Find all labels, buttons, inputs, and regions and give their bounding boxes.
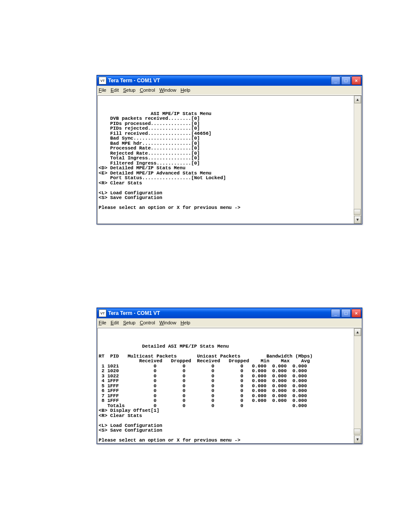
minimize-button[interactable]: _ [331,76,340,85]
scroll-thumb[interactable] [354,429,361,435]
terminal-output[interactable]: Detailed ASI MPE/IP Stats Menu RT PID Mu… [98,328,354,443]
menu-edit[interactable]: Edit [111,320,119,325]
menu-setup[interactable]: Setup [123,320,136,325]
scroll-up-button[interactable]: ▲ [354,96,361,103]
scroll-track[interactable] [354,103,361,216]
app-icon: VT [99,309,106,317]
scroll-up-button[interactable]: ▲ [354,328,361,336]
scroll-thumb[interactable] [354,209,361,215]
menu-control[interactable]: Control [140,87,155,93]
window-title: Tera Term - COM1 VT [108,78,160,84]
maximize-button[interactable]: □ [341,76,351,85]
menu-window[interactable]: Window [159,87,176,93]
terminal-window-1: VT Tera Term - COM1 VT _ □ × FileEditSet… [97,75,362,224]
window-title: Tera Term - COM1 VT [108,310,160,316]
menu-edit[interactable]: Edit [111,87,119,93]
scroll-down-button[interactable]: ▼ [354,436,361,443]
maximize-button[interactable]: □ [341,309,351,317]
menu-control[interactable]: Control [140,320,155,325]
client-area: ASI MPE/IP Stats Menu DVB packets receiv… [97,95,361,224]
minimize-button[interactable]: _ [331,309,340,317]
close-button[interactable]: × [352,309,361,317]
menu-help[interactable]: Help [181,87,190,93]
menu-help[interactable]: Help [181,320,190,325]
menu-bar[interactable]: FileEditSetupControlWindowHelp [97,86,362,95]
scroll-down-button[interactable]: ▼ [354,216,361,224]
client-area: Detailed ASI MPE/IP Stats Menu RT PID Mu… [97,328,361,444]
vertical-scrollbar[interactable]: ▲ ▼ [354,96,361,224]
vertical-scrollbar[interactable]: ▲ ▼ [354,328,361,443]
menu-setup[interactable]: Setup [123,87,136,93]
title-bar[interactable]: VT Tera Term - COM1 VT _ □ × [97,75,362,86]
menu-file[interactable]: File [99,87,106,93]
menu-window[interactable]: Window [159,320,176,325]
menu-file[interactable]: File [99,320,106,325]
scroll-track[interactable] [354,336,361,436]
terminal-window-2: VT Tera Term - COM1 VT _ □ × FileEditSet… [97,308,362,444]
close-button[interactable]: × [352,76,361,85]
title-bar[interactable]: VT Tera Term - COM1 VT _ □ × [97,308,362,318]
app-icon: VT [99,77,106,84]
menu-bar[interactable]: FileEditSetupControlWindowHelp [97,318,362,327]
terminal-output[interactable]: ASI MPE/IP Stats Menu DVB packets receiv… [98,96,354,224]
